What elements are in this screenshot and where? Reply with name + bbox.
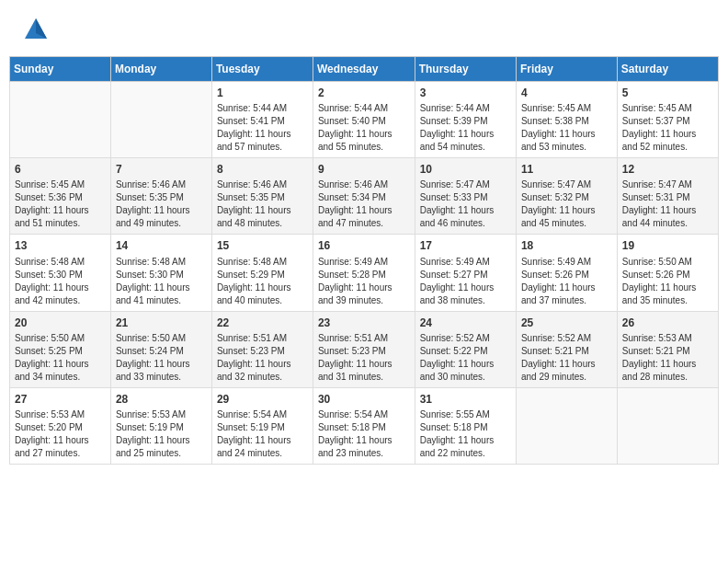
day-info: Sunrise: 5:53 AM Sunset: 5:20 PM Dayligh… (15, 408, 106, 460)
day-number: 27 (15, 392, 106, 407)
day-number: 14 (116, 238, 207, 253)
day-number: 8 (217, 162, 308, 177)
day-info: Sunrise: 5:53 AM Sunset: 5:19 PM Dayligh… (116, 408, 207, 460)
day-number: 9 (318, 162, 410, 177)
calendar-week-row: 6Sunrise: 5:45 AM Sunset: 5:36 PM Daylig… (10, 158, 719, 235)
day-info: Sunrise: 5:48 AM Sunset: 5:30 PM Dayligh… (15, 256, 106, 307)
calendar-cell: 31Sunrise: 5:55 AM Sunset: 5:18 PM Dayli… (415, 387, 516, 464)
day-info: Sunrise: 5:48 AM Sunset: 5:29 PM Dayligh… (217, 256, 308, 307)
day-number: 2 (318, 86, 410, 100)
day-number: 15 (217, 238, 308, 253)
day-info: Sunrise: 5:49 AM Sunset: 5:27 PM Dayligh… (420, 256, 511, 307)
calendar-header-row: SundayMondayTuesdayWednesdayThursdayFrid… (10, 57, 719, 82)
day-info: Sunrise: 5:48 AM Sunset: 5:30 PM Dayligh… (116, 256, 207, 307)
logo (23, 18, 51, 44)
day-number: 23 (318, 316, 410, 330)
calendar-cell: 5Sunrise: 5:45 AM Sunset: 5:37 PM Daylig… (617, 82, 718, 158)
calendar-cell: 28Sunrise: 5:53 AM Sunset: 5:19 PM Dayli… (110, 387, 211, 464)
day-number: 17 (420, 238, 511, 253)
page-header (9, 9, 719, 49)
calendar-cell: 26Sunrise: 5:53 AM Sunset: 5:21 PM Dayli… (617, 311, 718, 387)
calendar-cell: 11Sunrise: 5:47 AM Sunset: 5:32 PM Dayli… (516, 158, 617, 235)
day-number: 7 (116, 162, 207, 177)
weekday-header: Friday (516, 57, 617, 82)
calendar-cell: 21Sunrise: 5:50 AM Sunset: 5:24 PM Dayli… (110, 311, 211, 387)
day-number: 31 (420, 392, 511, 407)
day-number: 16 (318, 238, 410, 253)
day-number: 28 (116, 392, 207, 407)
day-info: Sunrise: 5:50 AM Sunset: 5:26 PM Dayligh… (622, 256, 713, 307)
day-number: 20 (15, 316, 106, 330)
calendar-cell: 7Sunrise: 5:46 AM Sunset: 5:35 PM Daylig… (110, 158, 211, 235)
day-number: 1 (217, 86, 308, 100)
day-number: 29 (217, 392, 308, 407)
day-number: 10 (420, 162, 511, 177)
day-info: Sunrise: 5:45 AM Sunset: 5:38 PM Dayligh… (521, 102, 612, 154)
calendar-cell: 27Sunrise: 5:53 AM Sunset: 5:20 PM Dayli… (10, 387, 111, 464)
day-info: Sunrise: 5:52 AM Sunset: 5:21 PM Dayligh… (521, 332, 612, 384)
calendar-cell: 18Sunrise: 5:49 AM Sunset: 5:26 PM Dayli… (516, 235, 617, 311)
calendar-cell: 1Sunrise: 5:44 AM Sunset: 5:41 PM Daylig… (211, 82, 313, 158)
day-number: 19 (622, 238, 713, 253)
day-number: 6 (15, 162, 106, 177)
day-info: Sunrise: 5:45 AM Sunset: 5:36 PM Dayligh… (15, 178, 106, 230)
day-number: 26 (622, 316, 713, 330)
weekday-header: Saturday (617, 57, 718, 82)
weekday-header: Sunday (10, 57, 111, 82)
calendar-week-row: 27Sunrise: 5:53 AM Sunset: 5:20 PM Dayli… (10, 387, 719, 464)
calendar-cell: 2Sunrise: 5:44 AM Sunset: 5:40 PM Daylig… (313, 82, 415, 158)
day-info: Sunrise: 5:51 AM Sunset: 5:23 PM Dayligh… (318, 332, 410, 384)
calendar-cell: 6Sunrise: 5:45 AM Sunset: 5:36 PM Daylig… (10, 158, 111, 235)
calendar-cell: 17Sunrise: 5:49 AM Sunset: 5:27 PM Dayli… (415, 235, 516, 311)
weekday-header: Thursday (415, 57, 516, 82)
calendar-cell: 14Sunrise: 5:48 AM Sunset: 5:30 PM Dayli… (110, 235, 211, 311)
day-info: Sunrise: 5:47 AM Sunset: 5:33 PM Dayligh… (420, 178, 511, 230)
day-number: 5 (622, 86, 713, 100)
day-number: 30 (318, 392, 410, 407)
calendar-table: SundayMondayTuesdayWednesdayThursdayFrid… (9, 56, 719, 465)
day-number: 4 (521, 86, 612, 100)
calendar-cell: 8Sunrise: 5:46 AM Sunset: 5:35 PM Daylig… (211, 158, 313, 235)
day-info: Sunrise: 5:54 AM Sunset: 5:18 PM Dayligh… (318, 408, 410, 460)
day-info: Sunrise: 5:49 AM Sunset: 5:26 PM Dayligh… (521, 256, 612, 307)
day-info: Sunrise: 5:44 AM Sunset: 5:41 PM Dayligh… (217, 102, 308, 154)
weekday-header: Tuesday (211, 57, 313, 82)
day-info: Sunrise: 5:47 AM Sunset: 5:32 PM Dayligh… (521, 178, 612, 230)
calendar-cell: 30Sunrise: 5:54 AM Sunset: 5:18 PM Dayli… (313, 387, 415, 464)
day-info: Sunrise: 5:44 AM Sunset: 5:39 PM Dayligh… (420, 102, 511, 154)
day-info: Sunrise: 5:49 AM Sunset: 5:28 PM Dayligh… (318, 256, 410, 307)
weekday-header: Wednesday (313, 57, 415, 82)
calendar-cell: 15Sunrise: 5:48 AM Sunset: 5:29 PM Dayli… (211, 235, 313, 311)
calendar-cell: 25Sunrise: 5:52 AM Sunset: 5:21 PM Dayli… (516, 311, 617, 387)
calendar-cell: 20Sunrise: 5:50 AM Sunset: 5:25 PM Dayli… (10, 311, 111, 387)
day-info: Sunrise: 5:46 AM Sunset: 5:35 PM Dayligh… (217, 178, 308, 230)
calendar-cell: 4Sunrise: 5:45 AM Sunset: 5:38 PM Daylig… (516, 82, 617, 158)
calendar-cell (110, 82, 211, 158)
weekday-header: Monday (110, 57, 211, 82)
calendar-cell: 24Sunrise: 5:52 AM Sunset: 5:22 PM Dayli… (415, 311, 516, 387)
day-number: 11 (521, 162, 612, 177)
calendar-cell: 12Sunrise: 5:47 AM Sunset: 5:31 PM Dayli… (617, 158, 718, 235)
calendar-cell: 23Sunrise: 5:51 AM Sunset: 5:23 PM Dayli… (313, 311, 415, 387)
calendar-week-row: 20Sunrise: 5:50 AM Sunset: 5:25 PM Dayli… (10, 311, 719, 387)
day-number: 12 (622, 162, 713, 177)
day-info: Sunrise: 5:50 AM Sunset: 5:24 PM Dayligh… (116, 332, 207, 384)
day-info: Sunrise: 5:47 AM Sunset: 5:31 PM Dayligh… (622, 178, 713, 230)
calendar-week-row: 13Sunrise: 5:48 AM Sunset: 5:30 PM Dayli… (10, 235, 719, 311)
day-info: Sunrise: 5:51 AM Sunset: 5:23 PM Dayligh… (217, 332, 308, 384)
calendar-cell: 9Sunrise: 5:46 AM Sunset: 5:34 PM Daylig… (313, 158, 415, 235)
day-info: Sunrise: 5:45 AM Sunset: 5:37 PM Dayligh… (622, 102, 713, 154)
calendar-cell (516, 387, 617, 464)
calendar-cell (617, 387, 718, 464)
calendar-cell: 3Sunrise: 5:44 AM Sunset: 5:39 PM Daylig… (415, 82, 516, 158)
day-info: Sunrise: 5:46 AM Sunset: 5:34 PM Dayligh… (318, 178, 410, 230)
calendar-cell: 16Sunrise: 5:49 AM Sunset: 5:28 PM Dayli… (313, 235, 415, 311)
day-info: Sunrise: 5:52 AM Sunset: 5:22 PM Dayligh… (420, 332, 511, 384)
logo-icon (23, 17, 49, 42)
calendar-cell: 13Sunrise: 5:48 AM Sunset: 5:30 PM Dayli… (10, 235, 111, 311)
day-info: Sunrise: 5:50 AM Sunset: 5:25 PM Dayligh… (15, 332, 106, 384)
day-number: 22 (217, 316, 308, 330)
calendar-cell: 10Sunrise: 5:47 AM Sunset: 5:33 PM Dayli… (415, 158, 516, 235)
day-info: Sunrise: 5:44 AM Sunset: 5:40 PM Dayligh… (318, 102, 410, 154)
calendar-cell (10, 82, 111, 158)
